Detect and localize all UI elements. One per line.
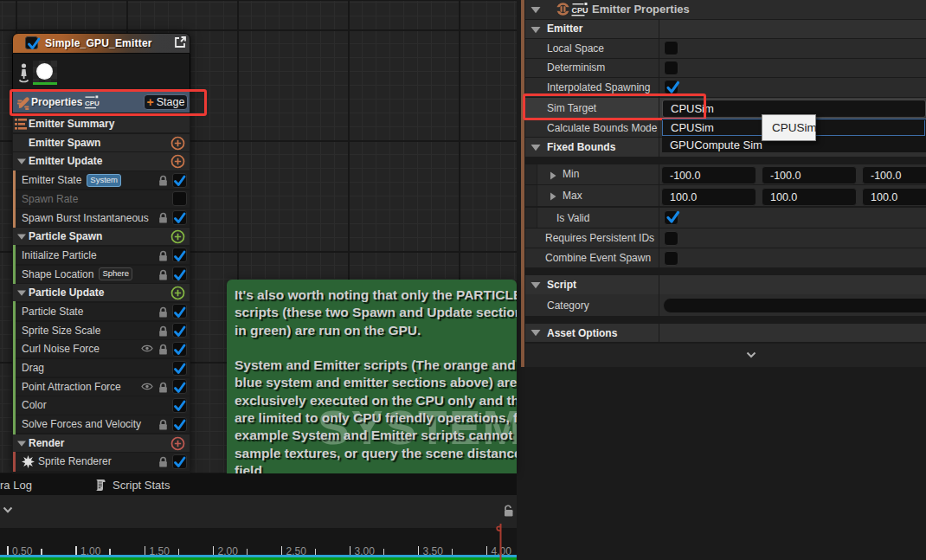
svg-text:CPU: CPU bbox=[572, 6, 588, 15]
